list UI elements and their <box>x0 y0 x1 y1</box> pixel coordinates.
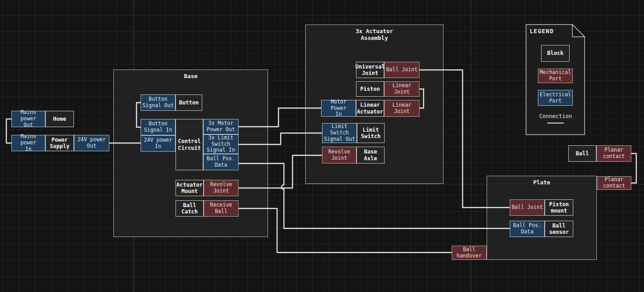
connection-mains-power[interactable] <box>6 119 11 143</box>
port-button-signal-in-label: Button Signal In <box>144 121 172 134</box>
block-control-circuit-label: Control Circuit <box>178 138 201 151</box>
block-piston[interactable]: Piston <box>356 81 384 97</box>
port-24v-power-in[interactable]: 24V power In <box>141 135 176 152</box>
connection-planar-contact[interactable] <box>631 153 636 183</box>
connection-revolve-joint[interactable] <box>239 155 322 188</box>
port-mains-power-out[interactable]: Mains power Out <box>11 111 45 127</box>
port-planar-contact-ball-label: Planar contact <box>603 147 624 160</box>
block-home-label: Home <box>53 116 66 122</box>
port-ball-joint-assembly[interactable]: Ball Joint <box>384 62 420 78</box>
block-actuator-mount[interactable]: Actuator Mount <box>176 180 204 196</box>
block-home[interactable]: Home <box>45 111 74 127</box>
port-ball-pos-data-in-label: Ball Pos. Data <box>513 223 541 235</box>
block-universal-joint[interactable]: Universal Joint <box>356 62 384 78</box>
block-linear-actuator-label: Linear Actuator <box>357 102 383 115</box>
port-receive-ball[interactable]: Receive Ball <box>204 200 239 217</box>
port-24v-power-out[interactable]: 24V power Out <box>74 135 109 151</box>
block-ball-catch[interactable]: Ball Catch <box>176 200 204 217</box>
port-receive-ball-label: Receive Ball <box>210 202 232 215</box>
port-button-signal-in[interactable]: Button Signal In <box>141 119 176 135</box>
port-ball-pos-data-out[interactable]: Ball Pos. Data <box>203 154 239 170</box>
port-limit-switch-signal-out-label: Limit Switch Signal Out <box>324 124 355 142</box>
block-actuator-mount-label: Actuator Mount <box>176 182 203 195</box>
block-ball[interactable]: Ball <box>568 145 596 162</box>
block-ball-label: Ball <box>576 150 589 157</box>
block-base-axle-label: Base Axle <box>357 148 384 162</box>
port-motor-power-in-label: Motor Power In <box>322 99 356 118</box>
connection-button-signal[interactable] <box>137 103 141 127</box>
block-piston-mount[interactable]: Piston mount <box>545 199 573 216</box>
port-24v-power-in-label: 24V power In <box>144 137 172 150</box>
block-limit-switch[interactable]: Limit Switch <box>357 123 385 143</box>
block-piston-mount-label: Piston mount <box>549 201 569 214</box>
port-ball-handover[interactable]: Ball handover <box>452 246 487 260</box>
port-ball-pos-data-in[interactable]: Ball Pos. Data <box>510 221 545 237</box>
port-planar-contact-plate-label: Planar contact <box>603 177 625 189</box>
port-revolve-joint-base[interactable]: Revolve Joint <box>204 180 239 196</box>
port-revolve-joint-base-label: Revolve Joint <box>210 182 232 194</box>
port-linear-joint-actuator[interactable]: Linear Joint <box>384 100 420 117</box>
port-revolve-joint-assembly[interactable]: Revolve Joint <box>322 147 356 163</box>
port-mains-power-in[interactable]: Mains power In <box>11 135 45 151</box>
block-universal-joint-label: Universal Joint <box>355 64 385 77</box>
port-24v-power-out-label: 24V power Out <box>78 137 106 149</box>
diagram-canvas: Base3x Actuator AssemblyPlate Mains powe… <box>0 0 644 292</box>
port-ball-joint-assembly-label: Ball Joint <box>386 67 417 73</box>
connection-linear-joint[interactable] <box>420 89 424 108</box>
port-mains-power-out-label: Mains power Out <box>12 109 45 128</box>
block-linear-actuator[interactable]: Linear Actuator <box>356 100 384 117</box>
port-motor-power-in[interactable]: Motor Power In <box>321 100 356 117</box>
block-button[interactable]: Button <box>176 94 202 111</box>
block-ball-sensor[interactable]: Ball sensor <box>545 221 573 237</box>
block-base-axle[interactable]: Base Axle <box>356 147 385 163</box>
port-button-signal-out-label: Button Signal Out <box>142 96 174 109</box>
port-ball-joint-plate-label: Ball Joint <box>512 204 543 211</box>
block-ball-catch-label: Ball Catch <box>181 202 198 215</box>
connection-ball-joint[interactable] <box>420 70 510 208</box>
port-ball-joint-plate[interactable]: Ball Joint <box>510 199 545 216</box>
port-ball-pos-data-out-label: Ball Pos. Data <box>207 156 235 168</box>
port-3x-limit-switch-signal-in[interactable]: 3x Limit Switch Signal In <box>203 134 239 154</box>
block-piston-label: Piston <box>360 86 380 92</box>
port-ball-handover-label: Ball handover <box>457 247 482 259</box>
port-linear-joint-piston[interactable]: Linear Joint <box>384 81 420 97</box>
port-linear-joint-actuator-label: Linear Joint <box>392 102 411 115</box>
block-limit-switch-label: Limit Switch <box>361 127 381 140</box>
port-limit-switch-signal-out[interactable]: Limit Switch Signal Out <box>322 123 357 143</box>
block-power-supply[interactable]: Power Supply <box>45 135 74 151</box>
connection-ball-pos-data[interactable] <box>239 163 510 228</box>
port-mains-power-in-label: Mains power In <box>12 134 45 152</box>
port-revolve-joint-assembly-label: Revolve Joint <box>328 149 350 162</box>
port-button-signal-out[interactable]: Button Signal Out <box>141 94 176 111</box>
port-planar-contact-plate[interactable]: Planar contact <box>597 176 631 190</box>
connection-motor-power[interactable] <box>239 108 321 127</box>
block-button-label: Button <box>179 99 199 106</box>
port-3x-motor-power-out-label: 3x Motor Power Out <box>207 120 235 133</box>
port-planar-contact-ball[interactable]: Planar contact <box>596 145 631 162</box>
port-linear-joint-piston-label: Linear Joint <box>392 83 411 95</box>
block-power-supply-label: Power Supply <box>50 137 69 150</box>
block-ball-sensor-label: Ball sensor <box>549 223 569 236</box>
port-3x-motor-power-out[interactable]: 3x Motor Power Out <box>203 119 239 134</box>
connection-limit-switch-signal[interactable] <box>239 133 322 144</box>
block-control-circuit[interactable]: Control Circuit <box>176 119 203 170</box>
port-3x-limit-switch-signal-in-label: 3x Limit Switch Signal In <box>207 135 235 153</box>
connection-receive-ball[interactable] <box>239 208 452 252</box>
